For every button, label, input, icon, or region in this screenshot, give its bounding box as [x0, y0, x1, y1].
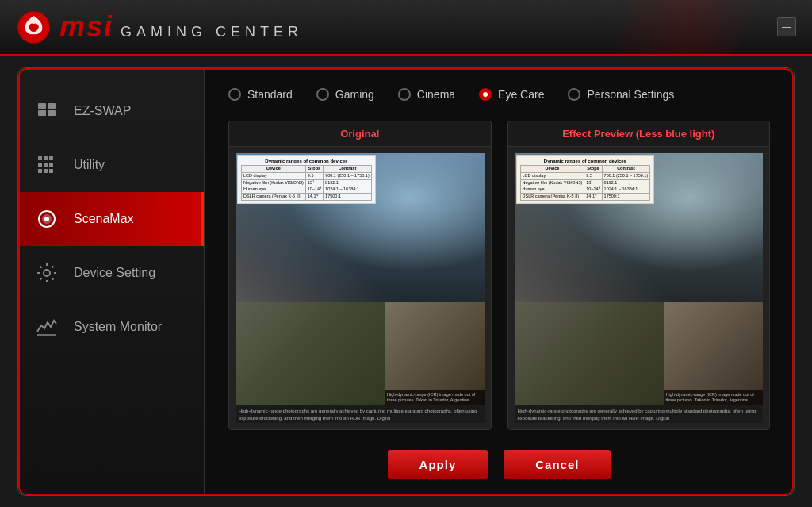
svg-rect-2 [48, 103, 56, 109]
system-monitor-label: System Monitor [74, 320, 162, 334]
svg-rect-5 [38, 156, 42, 160]
utility-label: Utility [74, 158, 105, 172]
cancel-button[interactable]: Cancel [504, 450, 611, 479]
img-top-section: Dynamic ranges of common devices Device … [236, 153, 485, 302]
radio-personal-settings[interactable] [568, 88, 580, 101]
sidebar-item-utility[interactable]: Utility [18, 138, 204, 192]
table-row: Human eye 10–14⁸ 1024:1 – 16384:1 [242, 186, 372, 194]
mode-personal-settings-label: Personal Settings [587, 88, 674, 101]
svg-rect-7 [49, 156, 53, 160]
mode-personal-settings[interactable]: Personal Settings [568, 88, 674, 101]
image-table-overlay: Dynamic ranges of common devices Device … [237, 155, 376, 204]
ez-swap-label: EZ-SWAP [74, 104, 131, 118]
preview-panel-effect: Effect Preview (Less blue light) Dynamic… [508, 121, 771, 430]
sidebar-item-system-monitor[interactable]: System Monitor [18, 300, 204, 354]
table-row: DSLR camera (Pentax K-5 II) 14.1⁹ 17500:… [242, 194, 372, 201]
mode-standard-label: Standard [247, 88, 293, 101]
image-text-caption: High-dynamic-range photographs are gener… [236, 405, 485, 423]
svg-rect-8 [38, 163, 42, 167]
svg-rect-3 [38, 110, 46, 116]
table-row: LCD display 9.5 700:1 (250:1 – 1750:1) [242, 173, 372, 180]
sidebar-item-device-setting[interactable]: Device Setting [18, 246, 204, 300]
dynamic-range-table: Device Stops Contrast LCD display 9.5 70… [241, 165, 372, 200]
mode-gaming[interactable]: Gaming [316, 88, 374, 101]
img-bottom-left [236, 302, 385, 405]
msi-dragon-icon [16, 10, 52, 45]
mode-standard[interactable]: Standard [228, 88, 293, 101]
svg-rect-6 [44, 156, 48, 160]
image-caption: High-dynamic-range (ICR) image made out … [385, 390, 484, 405]
header-decoration [606, 0, 764, 54]
app-header: msi GAMING CENTER — [0, 0, 812, 56]
table-row: Human eye 10–14⁸ 1024:1 – 16384:1 [520, 186, 650, 194]
img-bottom-section-effect: High-dynamic-range (ICR) image made out … [515, 302, 764, 405]
image-text-caption-effect: High-dynamic-range photographs are gener… [515, 405, 764, 423]
radio-inner-dot [483, 92, 488, 97]
svg-point-17 [44, 270, 50, 276]
scenamax-label: ScenaMax [74, 212, 134, 226]
main-container: EZ-SWAP Utility [17, 67, 795, 496]
preview-row: Original Dynamic ranges of common device… [228, 121, 770, 430]
mode-eye-care[interactable]: Eye Care [479, 88, 544, 101]
effect-image: Dynamic ranges of common devices Device … [515, 153, 764, 423]
system-monitor-icon [34, 314, 59, 340]
scenamax-icon [34, 206, 59, 232]
image-caption-effect: High-dynamic-range (ICR) image made out … [664, 390, 763, 405]
img-bottom-left-effect [515, 302, 664, 405]
svg-rect-10 [49, 163, 53, 167]
img-top-section-effect: Dynamic ranges of common devices Device … [515, 153, 764, 302]
svg-rect-11 [38, 169, 42, 173]
sidebar-item-ez-swap[interactable]: EZ-SWAP [18, 84, 204, 138]
dynamic-range-table-effect: Device Stops Contrast LCD display 9.5 70… [520, 165, 651, 200]
preview-header-effect: Effect Preview (Less blue light) [508, 121, 770, 147]
mode-cinema-label: Cinema [417, 88, 455, 101]
image-table-overlay-effect: Dynamic ranges of common devices Device … [516, 155, 655, 204]
sidebar: EZ-SWAP Utility [18, 68, 205, 495]
table-row: Negative film (Kodak VIS/ON3) 13⁷ 8192:1 [520, 179, 650, 186]
svg-rect-12 [44, 169, 48, 173]
content-area: Standard Gaming Cinema Eye Care [205, 68, 794, 495]
preview-image-original: Dynamic ranges of common devices Device … [229, 147, 491, 429]
table-title: Dynamic ranges of common devices [241, 158, 372, 164]
apply-button[interactable]: Apply [388, 450, 488, 479]
radio-standard[interactable] [228, 88, 241, 101]
svg-rect-9 [44, 163, 48, 167]
mode-cinema[interactable]: Cinema [398, 88, 455, 101]
img-bottom-section: High-dynamic-range (ICR) image made out … [236, 302, 485, 405]
preview-panel-original: Original Dynamic ranges of common device… [228, 121, 492, 430]
table-title-effect: Dynamic ranges of common devices [520, 158, 651, 164]
utility-icon [34, 152, 59, 178]
img-bottom-right: High-dynamic-range (ICR) image made out … [385, 302, 484, 405]
msi-logo-text: msi [59, 10, 113, 44]
table-row: DSLR camera (Pentax K-5 II) 14.1⁹ 17500:… [520, 194, 650, 201]
img-bottom-right-effect: High-dynamic-range (ICR) image made out … [664, 302, 763, 405]
radio-eye-care[interactable] [479, 88, 492, 101]
mode-gaming-label: Gaming [335, 88, 374, 101]
col-contrast: Contrast [324, 166, 372, 173]
mode-selector: Standard Gaming Cinema Eye Care [228, 88, 770, 101]
minimize-button[interactable]: — [777, 17, 796, 36]
radio-cinema[interactable] [398, 88, 411, 101]
ez-swap-icon [34, 98, 59, 124]
mode-eye-care-label: Eye Care [498, 88, 544, 101]
svg-rect-13 [49, 169, 53, 173]
col-stops: Stops [305, 166, 323, 173]
radio-gaming[interactable] [316, 88, 329, 101]
gaming-center-label: GAMING CENTER [121, 24, 303, 44]
sidebar-item-scenamax[interactable]: ScenaMax [18, 192, 204, 246]
table-row: LCD display 9.5 700:1 (250:1 – 1750:1) [520, 173, 650, 180]
svg-point-16 [44, 217, 49, 221]
svg-rect-1 [38, 103, 46, 109]
action-row: Apply Cancel [228, 446, 770, 479]
preview-image-effect: Dynamic ranges of common devices Device … [508, 147, 770, 429]
table-row: Negative film (Kodak VIS/ON3) 13⁷ 8192:1 [242, 179, 372, 186]
preview-header-original: Original [229, 121, 491, 147]
device-setting-icon [34, 260, 59, 286]
logo-area: msi GAMING CENTER [16, 10, 303, 45]
original-image: Dynamic ranges of common devices Device … [236, 153, 485, 423]
col-device: Device [242, 166, 306, 173]
device-setting-label: Device Setting [74, 266, 155, 280]
svg-rect-4 [48, 110, 56, 116]
